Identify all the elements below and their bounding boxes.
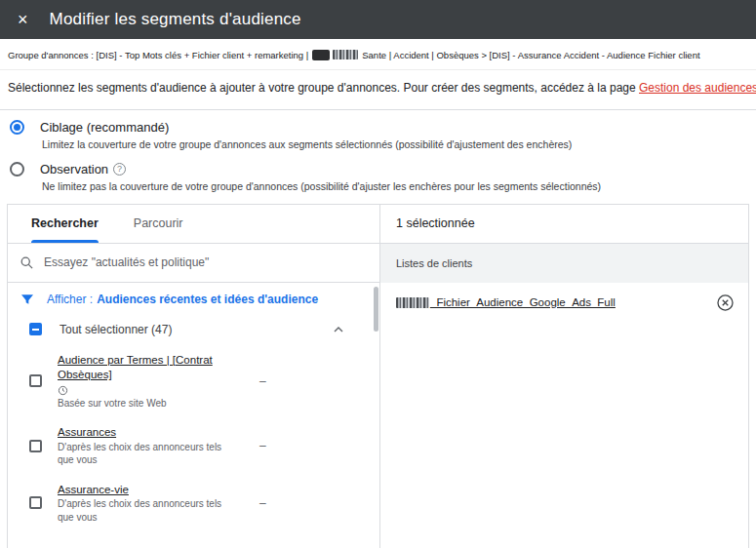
select-all-checkbox[interactable] <box>29 323 42 335</box>
help-icon[interactable]: ? <box>113 163 126 176</box>
option-targeting: Ciblage (recommandé) Limitez la couvertu… <box>10 120 748 150</box>
intro-sentence: Sélectionnez les segments d'audience à a… <box>8 81 639 95</box>
audience-title[interactable]: Assurances <box>58 425 248 441</box>
item-checkbox[interactable] <box>29 374 42 387</box>
audience-metric: – <box>259 496 289 510</box>
selected-column: 1 sélectionnée Listes de clients _Fichie… <box>380 205 748 548</box>
redacted-account-prefix <box>396 297 429 308</box>
search-input[interactable] <box>44 255 368 269</box>
filter-value: Audiences récentes et idées d'audience <box>97 293 318 306</box>
item-checkbox[interactable] <box>29 440 42 452</box>
item-content: Assurances D'après les choix des annonce… <box>58 425 248 467</box>
select-all-row: Tout sélectionner (47) <box>8 314 379 345</box>
scrollbar-thumb[interactable] <box>374 287 378 332</box>
targeting-description: Limitez la couverture de votre groupe d'… <box>42 138 748 150</box>
audience-picker-panel: Rechercher Parcourir Afficher : Audience… <box>7 204 749 548</box>
select-all-label: Tout sélectionner (47) <box>60 323 172 336</box>
search-bar <box>8 244 379 283</box>
breadcrumb-ad-group: Groupe d'annonces : [DIS] - Top Mots clé… <box>8 50 308 60</box>
selected-count: 1 sélectionnée <box>380 205 748 244</box>
redacted-brand-logo <box>312 50 330 60</box>
selected-group-label: Listes de clients <box>380 244 748 283</box>
radio-unselected-icon[interactable] <box>10 162 24 176</box>
breadcrumb-campaign: Sante | Accident | Obsèques > [DIS] - As… <box>362 50 699 60</box>
intro-text: Sélectionnez les segments d'audience à a… <box>0 70 756 110</box>
item-checkbox[interactable] <box>29 496 42 509</box>
observation-description: Ne limitez pas la couverture de votre gr… <box>42 180 748 192</box>
audience-source: Basée sur votre site Web <box>58 397 235 411</box>
item-content: Assurance-vie D'après les choix des anno… <box>58 483 248 525</box>
selected-audience-name[interactable]: _Fichier_Audience_Google_Ads_Full <box>430 296 616 308</box>
filter-funnel-icon <box>20 292 35 307</box>
tab-rechercher[interactable]: Rechercher <box>31 205 99 243</box>
redacted-brand-name <box>333 50 358 59</box>
dialog-title: Modifier les segments d'audience <box>50 10 301 29</box>
filter-prefix: Afficher : <box>47 293 93 306</box>
dialog-header: × Modifier les segments d'audience <box>0 0 756 39</box>
list-item: Audience par Termes | [Contrat Obsèques]… <box>8 345 379 418</box>
radio-selected-icon[interactable] <box>10 120 24 135</box>
tabs: Rechercher Parcourir <box>8 205 379 244</box>
audience-title[interactable]: Audience par Termes | [Contrat Obsèques] <box>58 353 248 383</box>
chevron-up-icon[interactable] <box>331 322 346 337</box>
tab-parcourir[interactable]: Parcourir <box>134 205 183 243</box>
audience-title[interactable]: Assurance-vie <box>58 483 248 498</box>
item-content: Audience par Termes | [Contrat Obsèques]… <box>58 353 248 411</box>
audience-metric: – <box>259 374 289 388</box>
clock-icon <box>58 385 248 396</box>
option-observation: Observation ? Ne limitez pas la couvertu… <box>10 162 748 192</box>
audience-metric: – <box>259 439 289 452</box>
targeting-label: Ciblage (recommandé) <box>40 120 169 135</box>
list-item: Assurance-vie D'après les choix des anno… <box>8 475 379 532</box>
selected-item: _Fichier_Audience_Google_Ads_Full <box>380 283 748 323</box>
audience-management-link[interactable]: Gestion des audiences. <box>639 81 756 95</box>
targeting-options: Ciblage (recommandé) Limitez la couvertu… <box>0 110 756 192</box>
search-icon <box>20 255 34 270</box>
audience-source: D'après les choix des annonceurs tels qu… <box>58 497 235 524</box>
targeting-radio-row[interactable]: Ciblage (recommandé) <box>10 120 748 135</box>
remove-selected-icon[interactable] <box>716 294 735 312</box>
list-item: Assurances D'après les choix des annonce… <box>8 417 379 475</box>
observation-label: Observation <box>40 162 108 176</box>
breadcrumb: Groupe d'annonces : [DIS] - Top Mots clé… <box>0 39 756 70</box>
close-icon[interactable]: × <box>18 11 28 28</box>
audience-source: D'après les choix des annonceurs tels qu… <box>58 441 235 467</box>
audience-filter[interactable]: Afficher : Audiences récentes et idées d… <box>8 283 379 314</box>
observation-radio-row[interactable]: Observation ? <box>10 162 748 176</box>
search-column: Rechercher Parcourir Afficher : Audience… <box>8 205 380 548</box>
